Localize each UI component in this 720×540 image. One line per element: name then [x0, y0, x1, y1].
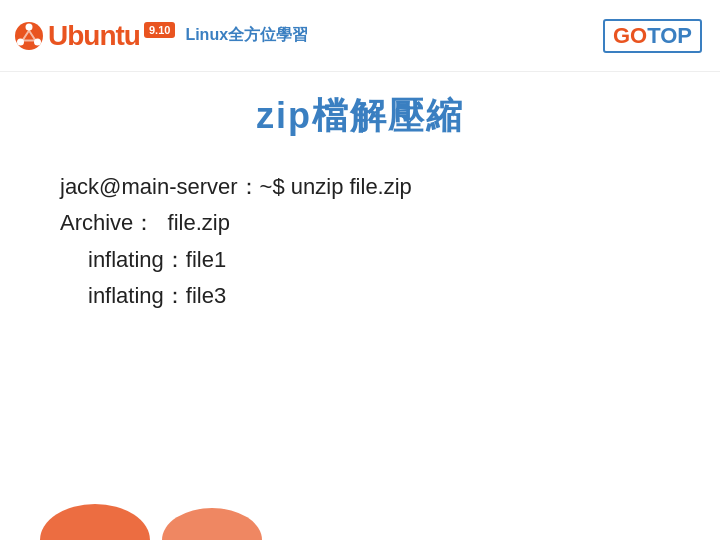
line-1: jack@main-server：~$ unzip file.zip — [60, 169, 660, 205]
line-2: Archive： file.zip — [60, 205, 660, 241]
linux-highlight: Linux — [185, 26, 228, 43]
gotop-top: TOP — [647, 23, 692, 48]
ubuntu-text-label: Ubuntu — [48, 20, 140, 52]
deco-oval-right — [162, 508, 262, 540]
slide-title: zip檔解壓縮 — [60, 92, 660, 141]
svg-point-1 — [26, 23, 33, 30]
line-4: inflating：file3 — [60, 278, 660, 314]
linux-tagline: Linux全方位學習 — [185, 25, 308, 46]
deco-oval-left — [40, 504, 150, 540]
linux-rest: 全方位學習 — [228, 26, 308, 43]
main-content: zip檔解壓縮 jack@main-server：~$ unzip file.z… — [0, 72, 720, 334]
gotop-logo: GOTOP — [603, 19, 702, 53]
gotop-go: GO — [613, 23, 647, 48]
version-badge: 9.10 — [144, 22, 175, 38]
header-left: Ubuntu 9.10 Linux全方位學習 — [14, 20, 308, 52]
ubuntu-icon — [14, 21, 44, 51]
ubuntu-logo: Ubuntu 9.10 — [14, 20, 175, 52]
content-block: jack@main-server：~$ unzip file.zip Archi… — [60, 169, 660, 314]
bottom-decoration — [0, 492, 720, 540]
header: Ubuntu 9.10 Linux全方位學習 GOTOP — [0, 0, 720, 72]
line-3: inflating：file1 — [60, 242, 660, 278]
